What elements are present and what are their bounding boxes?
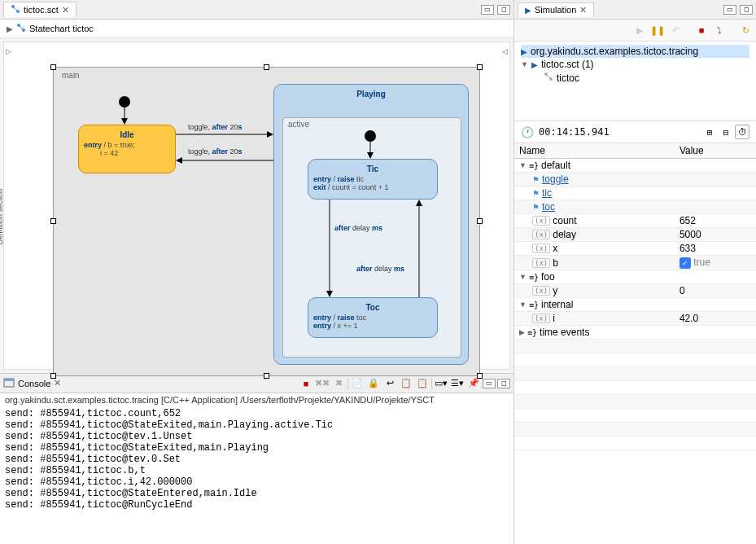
resize-handle[interactable] bbox=[50, 373, 56, 379]
step-back-icon[interactable]: ↶ bbox=[668, 23, 683, 37]
open-console-icon[interactable]: ▭▾ bbox=[434, 376, 448, 391]
variable-value[interactable]: 5000 bbox=[675, 228, 756, 242]
variable-icon: (x) bbox=[532, 230, 550, 239]
chevron-right-icon[interactable]: ▶ bbox=[519, 328, 525, 336]
variable-value[interactable]: 42.0 bbox=[675, 312, 756, 326]
display-selected-icon[interactable]: ☰▾ bbox=[450, 376, 465, 391]
chevron-expand-right-icon[interactable]: ◁ bbox=[502, 47, 508, 55]
word-wrap-icon[interactable]: ↩ bbox=[382, 376, 397, 391]
table-row[interactable]: (x)count652 bbox=[514, 214, 756, 228]
table-row[interactable]: (x)b✓ true bbox=[514, 256, 756, 270]
variable-value[interactable] bbox=[675, 173, 756, 186]
col-name[interactable]: Name bbox=[514, 143, 675, 159]
initial-state-active[interactable] bbox=[365, 130, 376, 142]
close-icon[interactable]: ✕ bbox=[579, 5, 587, 15]
minimize-icon[interactable]: ▭ bbox=[481, 5, 494, 15]
definition-section-tab[interactable]: Definition section bbox=[0, 189, 4, 245]
remove-icon[interactable]: ✖ bbox=[331, 376, 346, 391]
resume-icon[interactable]: ▶ bbox=[632, 23, 647, 37]
time-events-toggle-icon[interactable]: ⏱ bbox=[735, 125, 749, 139]
table-row[interactable]: (x)x633 bbox=[514, 242, 756, 256]
clear-console-icon[interactable]: 📄 bbox=[350, 376, 365, 391]
chevron-expand-left-icon[interactable]: ▷ bbox=[6, 47, 11, 55]
table-row[interactable]: ⚑toggle bbox=[514, 173, 756, 186]
state-tic[interactable]: Tic entry / raise tic exit / count = cou… bbox=[308, 159, 438, 200]
maximize-icon[interactable]: ◻ bbox=[497, 379, 510, 388]
chevron-down-icon[interactable]: ▼ bbox=[521, 60, 528, 68]
transition-idle-playing[interactable]: toggle, after 20s bbox=[188, 123, 243, 131]
region-active[interactable]: active Tic entry / raise tic exit / coun… bbox=[282, 117, 461, 358]
transition-tic-toc[interactable]: after delay ms bbox=[334, 224, 382, 232]
resize-handle[interactable] bbox=[477, 373, 483, 379]
state-playing-title: Playing bbox=[279, 90, 463, 99]
editor-tab[interactable]: tictoc.sct ✕ bbox=[3, 2, 76, 17]
event-link[interactable]: toggle bbox=[542, 173, 569, 185]
region-main[interactable]: main Idle entry / b = true; bbox=[53, 67, 480, 376]
transition-playing-idle[interactable]: toggle, after 20s bbox=[188, 147, 243, 156]
close-icon[interactable]: ✕ bbox=[54, 378, 61, 388]
variable-value[interactable] bbox=[675, 326, 756, 340]
variable-value[interactable] bbox=[675, 298, 756, 312]
show-console-on-error-icon[interactable]: 📋 bbox=[415, 376, 430, 391]
transition-toc-tic[interactable]: after delay ms bbox=[356, 265, 404, 273]
pause-icon[interactable]: ❚❚ bbox=[650, 23, 665, 37]
close-icon[interactable]: ✕ bbox=[62, 5, 69, 15]
resize-handle[interactable] bbox=[50, 218, 56, 224]
terminate-icon[interactable]: ■ bbox=[694, 23, 709, 37]
maximize-icon[interactable]: ◻ bbox=[740, 5, 753, 15]
minimize-icon[interactable]: ▭ bbox=[723, 5, 736, 15]
event-link[interactable]: tic bbox=[542, 187, 552, 199]
remove-all-icon[interactable]: ✖✖ bbox=[315, 376, 330, 391]
state-playing[interactable]: Playing active Tic entry / raise tic exi… bbox=[273, 84, 469, 365]
event-link[interactable]: toc bbox=[542, 201, 555, 213]
simulation-tree[interactable]: ▶ org.yakindu.sct.examples.tictoc.tracin… bbox=[514, 42, 756, 88]
minimize-icon[interactable]: ▭ bbox=[483, 379, 496, 388]
resize-handle[interactable] bbox=[477, 64, 483, 70]
collapse-all-icon[interactable]: ⊟ bbox=[719, 125, 733, 139]
scroll-lock-icon[interactable]: 🔒 bbox=[366, 376, 381, 391]
tree-root[interactable]: ▶ org.yakindu.sct.examples.tictoc.tracin… bbox=[521, 45, 749, 58]
stop-icon[interactable]: ■ bbox=[299, 376, 313, 391]
variable-value[interactable] bbox=[675, 159, 756, 173]
table-row[interactable]: ▶≡}time events bbox=[514, 326, 756, 340]
checkbox-true[interactable]: ✓ bbox=[680, 257, 691, 269]
variable-value[interactable]: 633 bbox=[675, 242, 756, 256]
variable-value[interactable]: 652 bbox=[675, 214, 756, 228]
resize-handle[interactable] bbox=[50, 64, 56, 70]
initial-state-main[interactable] bbox=[119, 96, 130, 107]
variable-value[interactable]: 0 bbox=[675, 284, 756, 298]
chevron-down-icon[interactable]: ▼ bbox=[519, 301, 527, 309]
resize-handle[interactable] bbox=[264, 373, 269, 379]
event-flag-icon: ⚑ bbox=[532, 175, 540, 184]
state-idle[interactable]: Idle entry / b = true; i = 42 bbox=[78, 125, 176, 173]
table-row[interactable]: ▼≡}default bbox=[514, 159, 756, 173]
table-row[interactable]: ⚑toc bbox=[514, 200, 756, 214]
resize-handle[interactable] bbox=[477, 218, 483, 224]
chevron-down-icon[interactable]: ▼ bbox=[519, 273, 527, 281]
state-toc[interactable]: Toc entry / raise toc entry / x += 1 bbox=[308, 297, 438, 338]
variable-value[interactable] bbox=[675, 270, 756, 284]
show-console-on-output-icon[interactable]: 📋 bbox=[399, 376, 413, 391]
resize-handle[interactable] bbox=[264, 64, 269, 70]
table-row[interactable]: (x)y0 bbox=[514, 284, 756, 298]
expand-all-icon[interactable]: ⊞ bbox=[702, 125, 717, 139]
console-tab-label[interactable]: Console bbox=[18, 379, 50, 388]
step-over-icon[interactable]: ⤵ bbox=[712, 23, 727, 37]
maximize-icon[interactable]: ◻ bbox=[497, 5, 510, 15]
table-row[interactable]: ⚑tic bbox=[514, 186, 756, 200]
tree-leaf[interactable]: tictoc bbox=[521, 71, 749, 85]
chevron-right-icon[interactable]: ▶ bbox=[7, 24, 13, 33]
table-row[interactable]: (x)i42.0 bbox=[514, 312, 756, 326]
simulation-tab[interactable]: ▶ Simulation ✕ bbox=[518, 2, 594, 17]
table-row[interactable]: (x)delay5000 bbox=[514, 228, 756, 242]
tree-child[interactable]: ▼ ▶ tictoc.sct (1) bbox=[521, 58, 749, 71]
variable-value[interactable] bbox=[675, 186, 756, 200]
console-output[interactable]: send: #855941,tictoc.count,652 send: #85… bbox=[0, 406, 513, 544]
variable-value[interactable] bbox=[675, 200, 756, 214]
col-value[interactable]: Value bbox=[675, 143, 756, 159]
table-row[interactable]: ▼≡}internal bbox=[514, 298, 756, 312]
table-row[interactable]: ▼≡}foo bbox=[514, 270, 756, 284]
diagram-canvas[interactable]: Definition section ▷ ◁ main Idle bbox=[3, 42, 510, 370]
step-cycle-icon[interactable]: ↻ bbox=[738, 23, 753, 37]
chevron-down-icon[interactable]: ▼ bbox=[519, 161, 527, 169]
